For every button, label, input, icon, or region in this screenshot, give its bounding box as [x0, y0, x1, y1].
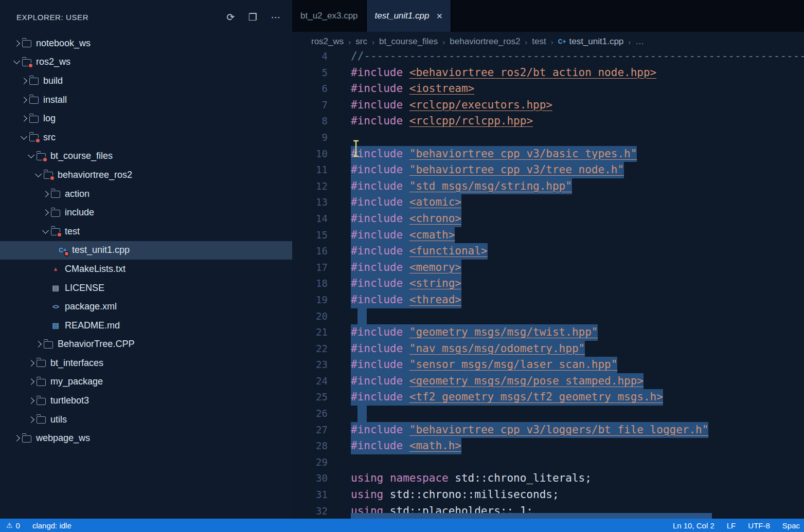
- breadcrumb-item-src[interactable]: src: [355, 36, 367, 47]
- status-spac[interactable]: Spac: [782, 521, 800, 530]
- code-line-7[interactable]: 7#include <rclcpp/executors.hpp>: [292, 97, 804, 114]
- status-lf[interactable]: LF: [727, 521, 736, 530]
- code-line-4[interactable]: 4//-------------------------------------…: [292, 51, 804, 65]
- breadcrumb-item-test[interactable]: test: [532, 36, 546, 47]
- tree-item-notebook_ws[interactable]: notebook_ws: [0, 34, 292, 53]
- chevron-down-icon[interactable]: [26, 155, 36, 157]
- code-line-28[interactable]: 28#include <math.h>: [292, 438, 804, 454]
- tree-item-test_unit1.cpp[interactable]: C+test_unit1.cpp: [0, 241, 292, 260]
- code-line-9[interactable]: 9: [292, 130, 804, 146]
- tree-item-label: action: [65, 189, 90, 199]
- chevron-down-icon[interactable]: [40, 230, 50, 233]
- chevron-right-icon[interactable]: [11, 41, 22, 46]
- breadcrumb-separator: ›: [551, 38, 553, 46]
- open-editors-icon[interactable]: ❐: [248, 12, 258, 22]
- horizontal-scrollbar[interactable]: [351, 513, 712, 519]
- chevron-right-icon[interactable]: [26, 361, 36, 365]
- code-line-26[interactable]: 26: [292, 406, 804, 422]
- code-line-14[interactable]: 14#include <chrono>: [292, 211, 804, 227]
- tree-item-behaviortree_ros2[interactable]: behaviortree_ros2: [0, 166, 292, 185]
- line-code: #include <iostream>: [351, 81, 474, 97]
- tab-test_unit1.cpp[interactable]: test_unit1.cpp×: [367, 0, 452, 32]
- chevron-down-icon[interactable]: [33, 174, 43, 176]
- folder-file-icon: [36, 151, 46, 161]
- tree-item-install[interactable]: install: [0, 90, 292, 109]
- tab-bt_u2_ex3.cpp[interactable]: bt_u2_ex3.cpp: [292, 0, 367, 32]
- chevron-right-icon[interactable]: [19, 98, 29, 102]
- code-line-19[interactable]: 19#include <thread>: [292, 292, 804, 308]
- tree-item-label: CMakeLists.txt: [65, 264, 126, 274]
- status-clangd-idle[interactable]: clangd: idle: [32, 521, 72, 530]
- code-line-16[interactable]: 16#include <functional>: [292, 243, 804, 260]
- code-line-10[interactable]: 10#include "behaviortree_cpp_v3/basic_ty…: [292, 146, 804, 162]
- chevron-right-icon[interactable]: [26, 398, 36, 403]
- chevron-right-icon[interactable]: [11, 436, 22, 441]
- line-number: 30: [292, 470, 328, 487]
- code-line-11[interactable]: 11#include "behaviortree_cpp_v3/tree_nod…: [292, 162, 804, 178]
- tree-item-action[interactable]: action: [0, 185, 292, 204]
- code-line-30[interactable]: 30using namespace std::chrono_literals;: [292, 470, 804, 487]
- code-line-29[interactable]: 29: [292, 454, 804, 471]
- chevron-down-icon[interactable]: [11, 61, 22, 63]
- code-line-17[interactable]: 17#include <memory>: [292, 260, 804, 276]
- tree-item-my_package[interactable]: my_package: [0, 373, 292, 392]
- breadcrumb-item-test_unit1.cpp[interactable]: C+test_unit1.cpp: [558, 36, 624, 47]
- tree-item-src[interactable]: src: [0, 128, 292, 147]
- chevron-right-icon[interactable]: [40, 192, 50, 196]
- code-line-12[interactable]: 12#include "std_msgs/msg/string.hpp": [292, 178, 804, 195]
- tree-item-test[interactable]: test: [0, 222, 292, 241]
- tree-item-package.xml[interactable]: <>package.xml: [0, 297, 292, 316]
- tree-item-label: ros2_ws: [36, 57, 70, 67]
- close-tab-icon[interactable]: ×: [436, 11, 442, 21]
- code-line-8[interactable]: 8#include <rclcpp/rclcpp.hpp>: [292, 113, 804, 130]
- code-line-6[interactable]: 6#include <iostream>: [292, 81, 804, 97]
- line-code: using namespace std::chrono_literals;: [351, 470, 592, 487]
- code-line-5[interactable]: 5#include <behaviortree_ros2/bt_action_n…: [292, 65, 804, 81]
- tree-item-ros2_ws[interactable]: ros2_ws: [0, 53, 292, 72]
- tree-item-CMakeLists.txt[interactable]: ▲CMakeLists.txt: [0, 260, 292, 279]
- line-code: //--------------------------------------…: [351, 51, 804, 65]
- code-line-22[interactable]: 22#include "nav_msgs/msg/odometry.hpp": [292, 341, 804, 357]
- breadcrumb-item-…[interactable]: …: [635, 36, 644, 47]
- tree-item-bt_interfaces[interactable]: bt_interfaces: [0, 354, 292, 373]
- chevron-right-icon[interactable]: [33, 342, 43, 346]
- code-line-27[interactable]: 27#include "behaviortree_cpp_v3/loggers/…: [292, 422, 804, 438]
- code-line-25[interactable]: 25#include <tf2_geometry_msgs/tf2_geomet…: [292, 389, 804, 406]
- chevron-right-icon[interactable]: [19, 116, 29, 121]
- code-line-20[interactable]: 20: [292, 308, 804, 325]
- breadcrumb-item-ros2_ws[interactable]: ros2_ws: [311, 36, 344, 47]
- tree-item-LICENSE[interactable]: ▤LICENSE: [0, 279, 292, 298]
- breadcrumb-separator: ›: [628, 38, 631, 46]
- refresh-explorer-icon[interactable]: ⟳: [226, 12, 235, 22]
- code-line-31[interactable]: 31using std::chrono::milliseconds;: [292, 487, 804, 503]
- status-ln-10-col-2[interactable]: Ln 10, Col 2: [673, 521, 714, 530]
- chevron-right-icon[interactable]: [26, 417, 36, 422]
- code-line-15[interactable]: 15#include <cmath>: [292, 227, 804, 244]
- tree-item-README.md[interactable]: ▤README.md: [0, 316, 292, 335]
- code-line-24[interactable]: 24#include <geometry_msgs/msg/pose_stamp…: [292, 373, 804, 390]
- tree-item-webpage_ws[interactable]: webpage_ws: [0, 429, 292, 448]
- code-line-18[interactable]: 18#include <string>: [292, 276, 804, 292]
- tree-item-BehaviorTree.CPP[interactable]: BehaviorTree.CPP: [0, 335, 292, 354]
- more-actions-icon[interactable]: ⋯: [271, 12, 281, 22]
- code-line-23[interactable]: 23#include "sensor_msgs/msg/laser_scan.h…: [292, 357, 804, 373]
- code-line-21[interactable]: 21#include "geometry_msgs/msg/twist.hpp": [292, 324, 804, 341]
- tree-item-log[interactable]: log: [0, 109, 292, 128]
- chevron-right-icon[interactable]: [19, 79, 29, 83]
- tree-item-build[interactable]: build: [0, 71, 292, 90]
- tree-item-turtlebot3[interactable]: turtlebot3: [0, 391, 292, 410]
- breadcrumb-item-behaviortree_ros2[interactable]: behaviortree_ros2: [450, 36, 520, 47]
- status-problems[interactable]: ⚠0: [6, 521, 20, 530]
- tree-item-label: build: [43, 76, 63, 86]
- breadcrumb-item-bt_course_files[interactable]: bt_course_files: [379, 36, 438, 47]
- code-editor[interactable]: 4//-------------------------------------…: [292, 51, 804, 519]
- status-utf-8[interactable]: UTF-8: [748, 521, 770, 530]
- tree-item-include[interactable]: include: [0, 203, 292, 222]
- chevron-right-icon[interactable]: [40, 210, 50, 215]
- tree-item-utils[interactable]: utils: [0, 410, 292, 429]
- selection-highlight: #include "behaviortree_cpp_v3/basic_type…: [351, 146, 637, 162]
- tree-item-bt_course_files[interactable]: bt_course_files: [0, 147, 292, 166]
- code-line-13[interactable]: 13#include <atomic>: [292, 194, 804, 211]
- chevron-right-icon[interactable]: [26, 379, 36, 384]
- chevron-down-icon[interactable]: [19, 136, 29, 139]
